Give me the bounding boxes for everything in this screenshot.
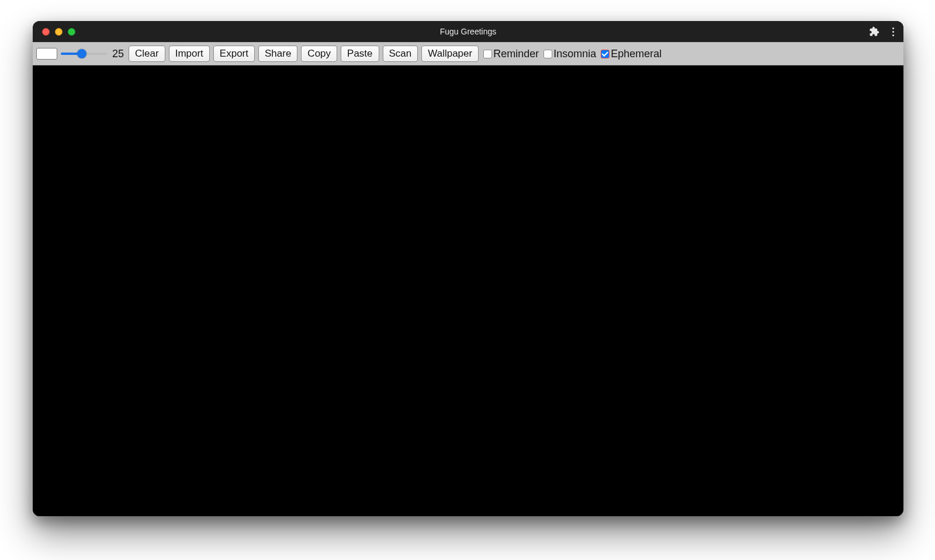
fullscreen-window-button[interactable] — [68, 28, 75, 36]
scan-button[interactable]: Scan — [383, 46, 418, 62]
insomnia-label: Insomnia — [553, 48, 596, 60]
button-label: Wallpaper — [428, 48, 472, 60]
brush-size-slider[interactable] — [61, 48, 108, 60]
clear-button[interactable]: Clear — [129, 46, 165, 62]
button-label: Export — [220, 48, 248, 60]
share-button[interactable]: Share — [258, 46, 297, 62]
brush-size-value: 25 — [112, 48, 124, 60]
import-button[interactable]: Import — [169, 46, 210, 62]
slider-thumb[interactable] — [77, 49, 86, 58]
more-menu-icon[interactable] — [890, 25, 896, 39]
minimize-window-button[interactable] — [55, 28, 63, 36]
export-button[interactable]: Export — [213, 46, 255, 62]
copy-button[interactable]: Copy — [301, 46, 337, 62]
button-label: Import — [175, 48, 203, 60]
titlebar: Fugu Greetings — [33, 21, 903, 42]
button-label: Copy — [307, 48, 331, 60]
reminder-checkbox-wrap: Reminder — [483, 48, 539, 60]
wallpaper-button[interactable]: Wallpaper — [421, 46, 479, 62]
drawing-canvas[interactable] — [33, 65, 903, 516]
button-label: Scan — [389, 48, 412, 60]
close-window-button[interactable] — [42, 28, 50, 36]
extensions-icon[interactable] — [869, 26, 879, 37]
button-label: Share — [265, 48, 291, 60]
ephemeral-label: Ephemeral — [611, 48, 662, 60]
toolbar: 25 Clear Import Export Share Copy Paste … — [33, 42, 903, 65]
insomnia-checkbox-wrap: Insomnia — [543, 48, 596, 60]
ephemeral-checkbox-wrap: Ephemeral — [601, 48, 662, 60]
button-label: Paste — [347, 48, 372, 60]
paste-button[interactable]: Paste — [341, 46, 379, 62]
reminder-checkbox[interactable] — [483, 50, 492, 58]
window-controls — [42, 28, 75, 36]
color-swatch[interactable] — [36, 48, 57, 60]
ephemeral-checkbox[interactable] — [601, 50, 610, 58]
window-title: Fugu Greetings — [33, 27, 903, 36]
button-label: Clear — [135, 48, 159, 60]
insomnia-checkbox[interactable] — [543, 50, 552, 58]
reminder-label: Reminder — [493, 48, 539, 60]
app-window: Fugu Greetings 25 Clear — [33, 21, 903, 516]
